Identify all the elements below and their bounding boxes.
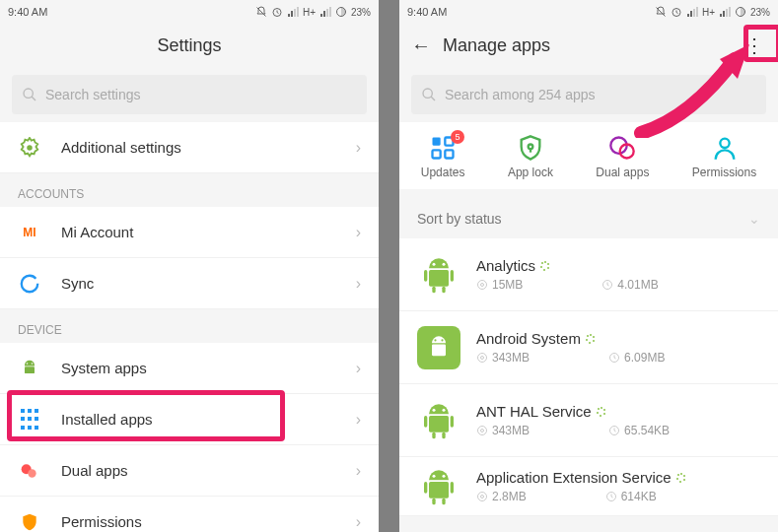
- svg-rect-70: [432, 498, 435, 504]
- header: ← Manage apps ⋮: [399, 24, 778, 67]
- svg-rect-16: [445, 150, 453, 158]
- svg-rect-54: [432, 432, 435, 438]
- back-button[interactable]: ←: [411, 34, 431, 57]
- svg-rect-15: [433, 150, 441, 158]
- quick-dual[interactable]: Dual apps: [596, 134, 649, 179]
- app-data: 4.01MB: [617, 278, 658, 292]
- app-row[interactable]: Analytics 15MB 4.01MB: [399, 238, 778, 311]
- svg-point-56: [598, 408, 600, 410]
- row-label: Mi Account: [61, 224, 133, 240]
- svg-point-66: [443, 474, 446, 477]
- sort-dropdown[interactable]: Sort by status ⌄: [399, 199, 778, 238]
- alarm-icon: [271, 6, 283, 18]
- dual-icon: [18, 459, 41, 483]
- quick-permissions[interactable]: Permissions: [692, 134, 756, 179]
- section-accounts: ACCOUNTS: [0, 173, 379, 207]
- section-device: DEVICE: [0, 309, 379, 343]
- svg-rect-51: [429, 416, 449, 432]
- bell-off-icon: [655, 6, 667, 18]
- svg-rect-23: [429, 270, 449, 287]
- app-name: Analytics: [476, 257, 535, 274]
- search-icon: [22, 87, 37, 102]
- search-icon: [421, 87, 437, 102]
- app-row[interactable]: ANT HAL Service 343MB 65.54KB: [399, 384, 778, 457]
- app-storage: 2.8MB: [492, 490, 527, 503]
- running-indicator-icon: [676, 473, 686, 483]
- page-title: Manage apps: [443, 35, 550, 56]
- running-indicator-icon: [597, 407, 606, 417]
- svg-point-5: [27, 363, 29, 365]
- svg-point-78: [478, 493, 487, 501]
- row-sync[interactable]: Sync ›: [0, 258, 379, 309]
- app-info: ANT HAL Service 343MB 65.54KB: [476, 403, 760, 437]
- svg-point-30: [547, 263, 549, 265]
- dual-icon: [608, 134, 636, 162]
- row-label: Permissions: [61, 513, 142, 530]
- overflow-menu-button[interactable]: ⋮: [744, 33, 764, 57]
- svg-rect-39: [432, 344, 446, 356]
- storage-icon: [476, 425, 488, 436]
- search-input[interactable]: Search among 254 apps: [411, 75, 766, 114]
- settings-screen: 9:40 AM H+ 23% Settings Search settings …: [0, 0, 379, 532]
- svg-rect-52: [424, 416, 427, 428]
- svg-point-59: [603, 413, 605, 415]
- data-icon: [608, 425, 620, 436]
- android-icon: [18, 357, 41, 380]
- app-row[interactable]: Android System 343MB 6.09MB: [399, 311, 778, 384]
- sync-icon: [18, 272, 41, 296]
- quick-applock[interactable]: App lock: [508, 134, 553, 179]
- svg-point-12: [423, 89, 432, 98]
- battery-percent: 23%: [750, 7, 770, 18]
- data-icon: [605, 491, 617, 502]
- row-dual-apps[interactable]: Dual apps ›: [0, 445, 379, 497]
- app-name: ANT HAL Service: [476, 403, 592, 420]
- search-input[interactable]: Search settings: [12, 75, 367, 114]
- manage-apps-screen: 9:40 AM H+ 23% ← Manage apps ⋮ Search am…: [399, 0, 778, 532]
- row-additional-settings[interactable]: Additional settings ›: [0, 122, 379, 173]
- quick-updates[interactable]: 5 Updates: [421, 134, 465, 179]
- row-label: Sync: [61, 275, 94, 292]
- app-row[interactable]: Application Extension Service 2.8MB 614K…: [399, 457, 778, 516]
- row-label: Installed apps: [61, 411, 153, 428]
- status-bar: 9:40 AM H+ 23%: [0, 0, 379, 24]
- svg-point-29: [544, 261, 546, 263]
- svg-point-75: [683, 479, 685, 481]
- chevron-right-icon: ›: [356, 360, 361, 377]
- shield-icon: [18, 510, 41, 533]
- svg-point-73: [680, 473, 682, 475]
- svg-point-32: [543, 269, 545, 271]
- signal-icon: [287, 6, 299, 18]
- app-icon: [417, 253, 460, 297]
- svg-rect-68: [424, 482, 427, 494]
- row-system-apps[interactable]: System apps ›: [0, 343, 379, 394]
- chevron-right-icon: ›: [356, 411, 361, 429]
- chevron-right-icon: ›: [356, 462, 361, 480]
- gear-icon: [18, 136, 41, 160]
- app-storage: 343MB: [492, 351, 530, 365]
- svg-point-42: [593, 336, 595, 338]
- svg-point-21: [433, 262, 436, 265]
- signal-icon-2: [719, 6, 731, 18]
- svg-point-43: [593, 340, 595, 342]
- app-data: 6.09MB: [624, 351, 665, 365]
- svg-point-22: [443, 262, 446, 265]
- row-mi-account[interactable]: MI Mi Account ›: [0, 207, 379, 258]
- chevron-right-icon: ›: [356, 224, 361, 241]
- quick-label: App lock: [508, 166, 553, 179]
- row-installed-apps[interactable]: Installed apps ›: [0, 394, 379, 445]
- svg-point-38: [441, 339, 443, 341]
- svg-rect-55: [442, 432, 445, 438]
- svg-point-60: [600, 415, 601, 417]
- svg-point-72: [677, 474, 679, 476]
- svg-rect-7: [25, 366, 35, 373]
- svg-point-40: [587, 335, 589, 337]
- apps-grid-icon: [18, 408, 41, 432]
- row-permissions[interactable]: Permissions ›: [0, 497, 379, 532]
- battery-percent: 23%: [351, 7, 371, 18]
- header: Settings: [0, 24, 379, 67]
- svg-point-34: [478, 281, 487, 290]
- svg-rect-69: [451, 482, 454, 494]
- svg-point-76: [679, 481, 681, 483]
- svg-rect-53: [451, 416, 454, 428]
- app-data: 65.54KB: [624, 424, 670, 437]
